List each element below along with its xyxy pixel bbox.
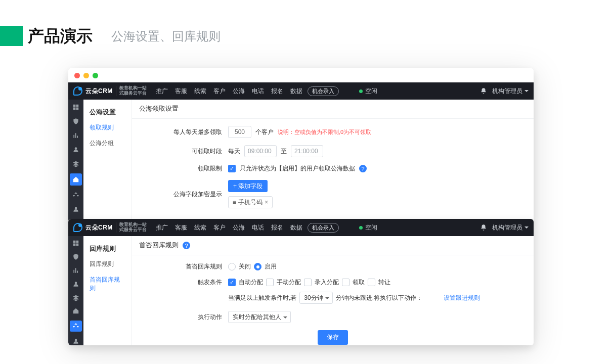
user-menu[interactable]: 机构管理员 (492, 87, 529, 96)
save-button[interactable]: 保存 (318, 330, 348, 345)
check-auto[interactable]: ✓ (228, 279, 236, 286)
nav-data[interactable]: 数据 (290, 223, 302, 232)
select-action[interactable]: 实时分配给其他人 (228, 311, 291, 323)
hint-daily-limit: 说明：空或负值为不限制,0为不可领取 (278, 128, 371, 136)
check-entry[interactable] (304, 279, 312, 286)
link-followup-rules[interactable]: 设置跟进规则 (444, 294, 480, 302)
rail-recycle-icon[interactable] (71, 191, 80, 200)
window-max-dot[interactable] (93, 73, 98, 78)
check-claim[interactable] (342, 279, 349, 286)
logo-icon (73, 86, 82, 96)
rail-user-icon[interactable] (71, 280, 80, 288)
accent-bar (0, 26, 23, 46)
left-rail (68, 236, 83, 345)
text-transfer: 转让 (378, 278, 390, 287)
nav-promo[interactable]: 推广 (156, 223, 168, 232)
top-nav: 云朵CRM 教育机构一站式服务云平台 推广 客服 线索 客户 公海 电话 报名 … (68, 82, 534, 100)
rail-recycle-icon[interactable] (70, 321, 82, 332)
side-item-return-rules[interactable]: 回库规则 (83, 256, 132, 272)
nav-customers[interactable]: 客户 (213, 87, 226, 96)
nav-signup[interactable]: 报名 (271, 87, 283, 96)
rail-grid-icon[interactable] (71, 103, 80, 112)
prefix-daily: 每天 (228, 147, 240, 156)
input-daily-limit[interactable] (228, 126, 251, 138)
tag-remove-icon[interactable]: × (265, 199, 268, 206)
window-return-rules: 云朵CRM 教育机构一站式服务云平台 推广 客服 线索 客户 公海 电话 报名 … (68, 219, 534, 345)
nav-sea[interactable]: 公海 (233, 223, 245, 232)
rail-chart-icon[interactable] (71, 266, 80, 275)
brand-name: 云朵CRM (85, 87, 113, 96)
label-claim-limit: 领取限制 (132, 164, 228, 173)
rail-layers-icon[interactable] (71, 159, 80, 168)
nav-items: 推广 客服 线索 客户 公海 电话 报名 数据 (156, 223, 302, 232)
add-field-button[interactable]: + 添加字段 (228, 180, 268, 192)
nav-data[interactable]: 数据 (290, 87, 302, 96)
nav-leads[interactable]: 线索 (194, 87, 206, 96)
field-tag-phone: ≡手机号码× (228, 196, 273, 208)
window-min-dot[interactable] (83, 73, 89, 78)
nav-customers[interactable]: 客户 (213, 223, 226, 232)
side-menu: 公海设置 领取规则 公海分组 (83, 100, 132, 222)
window-close-dot[interactable] (74, 73, 80, 78)
text-cond-post: 分钟内未跟进,将执行以下动作： (336, 294, 422, 302)
nav-leads[interactable]: 线索 (194, 223, 206, 232)
text-manual: 手动分配 (277, 278, 301, 287)
side-item-first-return[interactable]: 首咨回库规则 (83, 272, 132, 296)
rail-person-icon[interactable] (71, 337, 80, 345)
form-area: 首咨回库规则 关闭 启用 触发条件 ✓自动分配 (132, 255, 534, 345)
bell-icon[interactable] (480, 87, 487, 95)
rail-person-icon[interactable] (71, 205, 80, 214)
rail-shield-icon[interactable] (71, 117, 80, 126)
nav-phone[interactable]: 电话 (252, 223, 264, 232)
check-manual[interactable] (266, 279, 274, 286)
rail-shield-icon[interactable] (71, 253, 80, 261)
input-time-from[interactable] (244, 145, 277, 157)
radio-on[interactable] (254, 263, 261, 270)
window-public-sea: 云朵CRM 教育机构一站式服务云平台 推广 客服 线索 客户 公海 电话 报名 … (68, 68, 534, 222)
help-icon[interactable]: ? (183, 242, 190, 249)
chevron-down-icon (524, 90, 529, 92)
user-name: 机构管理员 (492, 223, 522, 232)
brand-tagline: 教育机构一站式服务云平台 (116, 222, 147, 233)
mac-titlebar (68, 68, 534, 82)
side-item-sea-groups[interactable]: 公海分组 (83, 135, 132, 151)
logo-icon (73, 223, 82, 232)
radio-off[interactable] (228, 263, 236, 270)
checkbox-enabled-only[interactable]: ✓ (228, 165, 236, 172)
rail-layers-icon[interactable] (71, 293, 80, 302)
form-area: 每人每天最多领取 个客户 说明：空或负值为不限制,0为不可领取 可领取时段 每天 (132, 119, 534, 215)
entry-button[interactable]: 机会录入 (308, 223, 339, 233)
label-first-return: 首咨回库规则 (132, 262, 228, 271)
nav-sea[interactable]: 公海 (233, 87, 245, 96)
side-heading: 回库规则 (83, 241, 132, 256)
nav-phone[interactable]: 电话 (252, 87, 264, 96)
check-transfer[interactable] (368, 279, 375, 286)
nav-promo[interactable]: 推广 (156, 87, 168, 96)
brand-logo[interactable]: 云朵CRM 教育机构一站式服务云平台 (73, 86, 147, 96)
side-item-claim-rules[interactable]: 领取规则 (83, 120, 132, 135)
input-time-to[interactable] (291, 145, 323, 157)
brand-logo[interactable]: 云朵CRM 教育机构一站式服务云平台 (73, 222, 147, 233)
select-minutes[interactable]: 30分钟 (299, 292, 332, 304)
brand-tagline: 教育机构一站式服务云平台 (116, 86, 147, 96)
label-trigger: 触发条件 (132, 278, 228, 287)
label-on: 启用 (265, 262, 277, 271)
text-enabled-only: 只允许状态为【启用】的用户领取公海数据 (240, 164, 355, 173)
rail-grid-icon[interactable] (71, 239, 80, 248)
rail-home-icon[interactable] (70, 173, 82, 186)
user-menu[interactable]: 机构管理员 (492, 223, 529, 232)
rail-user-icon[interactable] (71, 145, 80, 154)
nav-support[interactable]: 客服 (175, 87, 187, 96)
bell-icon[interactable] (480, 224, 487, 231)
rail-home-icon[interactable] (71, 307, 80, 315)
entry-button[interactable]: 机会录入 (308, 86, 339, 96)
help-icon[interactable]: ? (359, 165, 367, 172)
status-dot-icon (359, 226, 363, 230)
nav-signup[interactable]: 报名 (271, 223, 283, 232)
label-action: 执行动作 (132, 313, 228, 322)
text-auto: 自动分配 (239, 278, 263, 287)
user-name: 机构管理员 (492, 87, 522, 96)
nav-support[interactable]: 客服 (175, 223, 187, 232)
rail-chart-icon[interactable] (71, 131, 80, 140)
label-mask-fields: 公海字段加密显示 (132, 190, 228, 199)
